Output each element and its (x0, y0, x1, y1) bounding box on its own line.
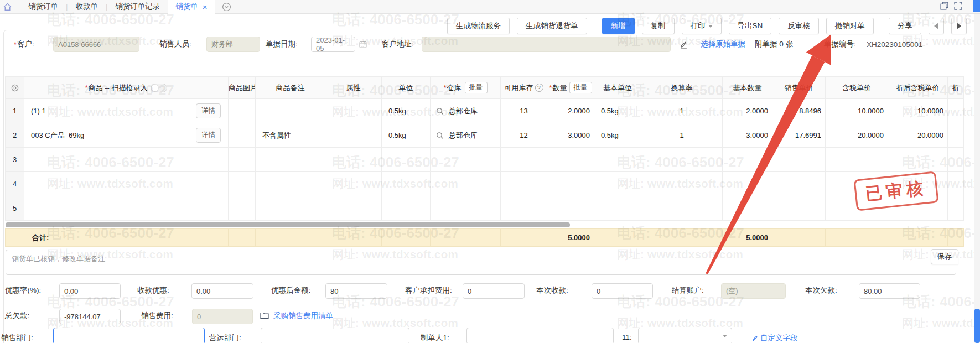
attribute-cell[interactable] (325, 99, 382, 123)
tab-sales-invoice-active[interactable]: 销货单 × (168, 0, 215, 14)
unit-cell[interactable]: 0.5kg (382, 99, 431, 123)
price-cell[interactable]: 8.8496 (772, 99, 826, 123)
unapprove-button[interactable]: 反审核 (779, 18, 819, 34)
tab-sales-order-record[interactable]: 销货订单记录 (107, 0, 168, 14)
sales-dept-field[interactable] (53, 328, 205, 343)
rate-cell[interactable] (641, 196, 723, 221)
base-quantity-cell[interactable]: 3.0000 (723, 123, 772, 148)
base-quantity-cell[interactable] (723, 196, 772, 221)
disc-tax-price-cell[interactable]: 20.0000 (888, 123, 948, 148)
price-cell[interactable] (772, 172, 826, 196)
horizontal-scrollbar-thumb[interactable] (6, 222, 570, 227)
discount-rate-field[interactable]: 0.00 (59, 283, 121, 299)
copy-button[interactable]: 复制 (642, 18, 675, 34)
product-note-cell[interactable] (256, 99, 325, 123)
warehouse-cell[interactable] (431, 196, 501, 221)
next-record-button[interactable] (951, 18, 967, 34)
base-unit-cell[interactable]: 0.5kg (594, 123, 641, 148)
rate-cell[interactable] (641, 148, 723, 172)
price-cell[interactable]: 17.6991 (772, 123, 826, 148)
attribute-cell[interactable] (325, 196, 382, 221)
attribute-cell[interactable] (325, 172, 382, 196)
generate-logistics-button[interactable]: 生成物流服务 (447, 18, 510, 34)
product-image-cell[interactable] (229, 148, 256, 172)
stock-cell[interactable] (501, 172, 547, 196)
base-quantity-cell[interactable]: 2.0000 (723, 99, 772, 123)
date-field[interactable]: 2023-01-05 (311, 37, 355, 52)
export-sn-button[interactable]: 导出SN (729, 18, 772, 34)
quantity-cell[interactable]: 3.0000 (547, 123, 594, 148)
tax-price-cell[interactable] (826, 148, 888, 172)
cancel-match-button[interactable]: 撤销对单 (826, 18, 874, 34)
price-cell[interactable] (772, 148, 826, 172)
product-cell[interactable]: (1) 1 详情 (24, 99, 229, 123)
base-unit-cell[interactable]: 0.5kg (594, 99, 641, 123)
rate-cell[interactable] (641, 172, 723, 196)
vertical-scrollbar-track[interactable] (974, 14, 980, 343)
prev-record-button[interactable] (929, 18, 944, 34)
warehouse-cell[interactable] (431, 172, 501, 196)
resize-handle[interactable] (949, 268, 954, 273)
product-cell[interactable] (24, 196, 229, 221)
rate-cell[interactable]: 1 (641, 123, 723, 148)
base-unit-cell[interactable] (594, 196, 641, 221)
detail-button[interactable]: 详情 (196, 128, 221, 143)
customer-borne-fee-field[interactable]: 0 (463, 283, 525, 299)
disc-tax-price-cell[interactable] (888, 148, 948, 172)
product-cell[interactable] (24, 148, 229, 172)
product-image-cell[interactable] (229, 123, 256, 148)
warehouse-batch-button[interactable]: 批量 (465, 82, 488, 93)
product-image-cell[interactable] (229, 172, 256, 196)
product-image-cell[interactable] (229, 196, 256, 221)
restore-window-icon[interactable] (940, 2, 948, 10)
customer-field[interactable]: A0158 66666 (53, 37, 139, 52)
unit-cell[interactable]: 0.5kg (382, 123, 431, 148)
detail-button[interactable]: 详情 (196, 103, 221, 118)
custom-field-11-select[interactable] (638, 328, 732, 343)
base-quantity-cell[interactable] (723, 148, 772, 172)
help-icon[interactable]: ? (535, 84, 543, 92)
home-icon[interactable] (3, 2, 13, 12)
quantity-batch-button[interactable]: 批量 (569, 82, 592, 93)
scan-input-toggle[interactable] (151, 84, 167, 92)
receipt-discount-field[interactable]: 0.00 (191, 283, 253, 299)
share-button[interactable]: 分享 (889, 18, 921, 34)
stock-cell[interactable]: 12 (501, 123, 547, 148)
unit-cell[interactable] (382, 196, 431, 221)
total-debt-field[interactable]: -978144.07 (59, 309, 121, 324)
product-note-cell[interactable] (256, 172, 325, 196)
disc-tax-price-cell[interactable]: 10.0000 (888, 99, 948, 123)
stock-cell[interactable] (501, 196, 547, 221)
product-note-cell[interactable] (256, 148, 325, 172)
product-cell[interactable] (24, 172, 229, 196)
close-tab-icon[interactable]: × (203, 2, 208, 12)
settings-icon[interactable] (6, 84, 24, 92)
vertical-scrollbar-thumb[interactable] (974, 309, 980, 343)
custom-fields-link[interactable]: 自定义字段 (751, 333, 798, 343)
product-image-cell[interactable] (229, 99, 256, 123)
stock-cell[interactable] (501, 148, 547, 172)
unit-cell[interactable] (382, 148, 431, 172)
quantity-cell[interactable] (547, 172, 594, 196)
tab-receipt[interactable]: 收款单 (68, 0, 106, 14)
tab-sales-order[interactable]: 销货订单 (20, 0, 66, 14)
operation-dept-field[interactable] (261, 328, 409, 343)
sales-fee-field[interactable]: 0 (192, 309, 253, 324)
generate-sales-return-button[interactable]: 生成销货退货单 (517, 18, 587, 34)
address-field[interactable] (422, 37, 671, 52)
current-debt-field[interactable]: 80.00 (859, 283, 920, 299)
attachment-count[interactable]: 附单据 0 张 (755, 37, 793, 52)
price-cell[interactable] (772, 196, 826, 221)
purchase-sales-fee-list-link[interactable]: 采购销售费用清单 (273, 311, 333, 321)
tax-price-cell[interactable]: 10.0000 (826, 99, 888, 123)
rate-cell[interactable]: 1 (641, 99, 723, 123)
warehouse-cell[interactable]: 总部仓库 (431, 99, 501, 123)
attribute-cell[interactable] (325, 123, 382, 148)
warehouse-cell[interactable] (431, 148, 501, 172)
base-quantity-cell[interactable] (723, 172, 772, 196)
tab-list-chevron-icon[interactable] (222, 2, 231, 12)
quantity-cell[interactable] (547, 196, 594, 221)
warehouse-cell[interactable]: 总部仓库 (431, 123, 501, 148)
select-original-doc-link[interactable]: 选择原始单据 (701, 37, 745, 52)
amount-after-discount-field[interactable]: 80 (325, 283, 387, 299)
